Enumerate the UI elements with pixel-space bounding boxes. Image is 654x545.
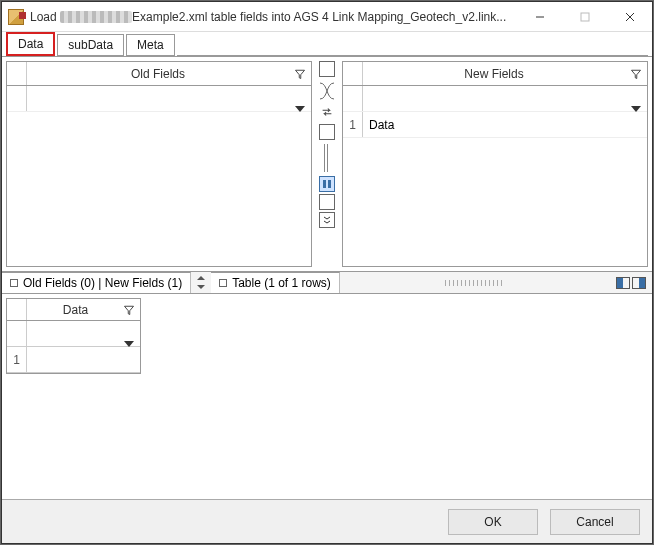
- new-fields-cell-value[interactable]: Data: [363, 118, 647, 132]
- pause-icon: [322, 179, 332, 189]
- gutter-box-4[interactable]: [319, 194, 335, 210]
- main-area: Old Fields: [2, 56, 652, 499]
- chevrons-down-icon: [322, 215, 332, 225]
- dropdown-arrow-icon: [124, 341, 134, 347]
- old-fields-corner: [7, 62, 27, 85]
- sort-buttons[interactable]: [191, 274, 211, 291]
- arrow-up-icon: [195, 274, 207, 282]
- row-number: 1: [343, 112, 363, 137]
- gutter-box-expand[interactable]: [319, 212, 335, 228]
- new-fields-column-header[interactable]: New Fields: [363, 67, 625, 81]
- gutter-box-2[interactable]: [319, 124, 335, 140]
- old-fields-row-header: [7, 86, 27, 111]
- close-button[interactable]: [607, 2, 652, 31]
- dropdown-arrow-icon: [631, 106, 641, 112]
- new-fields-dropdown-row[interactable]: [343, 86, 647, 112]
- tab-subdata[interactable]: subData: [57, 34, 124, 56]
- lower-filter-button[interactable]: [118, 299, 140, 320]
- square-icon: [219, 279, 227, 287]
- window-title: Load Example2.xml table fields into AGS …: [30, 10, 517, 24]
- old-fields-filter-button[interactable]: [289, 62, 311, 85]
- title-suffix: Example2.xml table fields into AGS 4 Lin…: [132, 10, 506, 24]
- old-fields-dropdown-row[interactable]: [7, 86, 311, 112]
- horizontal-splitter-handle[interactable]: [445, 280, 505, 286]
- dialog-window: Load Example2.xml table fields into AGS …: [1, 1, 653, 544]
- cancel-button[interactable]: Cancel: [550, 509, 640, 535]
- funnel-icon: [630, 68, 642, 80]
- swap-button[interactable]: [320, 105, 334, 122]
- gutter-box-top[interactable]: [319, 61, 335, 77]
- midbar-spacer: [340, 277, 652, 289]
- table-summary-label: Table (1 of 1 rows): [232, 276, 331, 290]
- new-fields-row-header: [343, 86, 363, 111]
- lower-dropdown-row[interactable]: [7, 321, 140, 347]
- new-fields-pane: New Fields 1 Data: [342, 61, 648, 267]
- mapping-gutter: [312, 57, 342, 271]
- layout-icons: [616, 277, 646, 289]
- lower-col-header[interactable]: Data: [27, 303, 118, 317]
- lower-data-row[interactable]: 1: [7, 347, 140, 373]
- svg-rect-4: [323, 180, 326, 188]
- funnel-icon: [123, 304, 135, 316]
- svg-rect-1: [581, 13, 589, 21]
- new-fields-filter-button[interactable]: [625, 62, 647, 85]
- new-fields-body[interactable]: [343, 138, 647, 266]
- dialog-footer: OK Cancel: [2, 499, 652, 543]
- layout-right-button[interactable]: [632, 277, 646, 289]
- tab-meta[interactable]: Meta: [126, 34, 175, 56]
- lower-row-header: [7, 321, 27, 346]
- old-fields-column-header[interactable]: Old Fields: [27, 67, 289, 81]
- midtab-fields-summary[interactable]: Old Fields (0) | New Fields (1): [2, 272, 191, 293]
- layout-left-button[interactable]: [616, 277, 630, 289]
- new-fields-corner: [343, 62, 363, 85]
- splitter-handle[interactable]: [324, 144, 330, 172]
- funnel-icon: [294, 68, 306, 80]
- new-fields-data-row[interactable]: 1 Data: [343, 112, 647, 138]
- ok-button[interactable]: OK: [448, 509, 538, 535]
- minimize-button[interactable]: [517, 2, 562, 31]
- titlebar: Load Example2.xml table fields into AGS …: [2, 2, 652, 32]
- window-controls: [517, 2, 652, 31]
- new-fields-header-row: New Fields: [343, 62, 647, 86]
- old-fields-pane: Old Fields: [6, 61, 312, 267]
- svg-rect-5: [328, 180, 331, 188]
- square-icon: [10, 279, 18, 287]
- lower-pane: Data 1: [2, 294, 652, 499]
- lower-grid-header: Data: [7, 299, 140, 321]
- lower-grid-corner: [7, 299, 27, 320]
- dropdown-arrow-icon: [295, 106, 305, 112]
- link-curve-icon: [318, 79, 336, 103]
- gutter-box-selected[interactable]: [319, 176, 335, 192]
- old-fields-body[interactable]: [7, 112, 311, 266]
- title-prefix: Load: [30, 10, 60, 24]
- fields-summary-label: Old Fields (0) | New Fields (1): [23, 276, 182, 290]
- midtab-table-summary[interactable]: Table (1 of 1 rows): [211, 272, 340, 293]
- tab-strip: Data subData Meta: [2, 32, 652, 56]
- row-number: 1: [7, 347, 27, 372]
- app-icon: [8, 9, 24, 25]
- upper-split: Old Fields: [2, 57, 652, 272]
- old-fields-header-row: Old Fields: [7, 62, 311, 86]
- arrow-down-icon: [195, 283, 207, 291]
- maximize-button[interactable]: [562, 2, 607, 31]
- lower-grid: Data 1: [6, 298, 141, 374]
- tab-data[interactable]: Data: [6, 32, 55, 56]
- redacted-text: [60, 11, 132, 23]
- mid-divider-bar: Old Fields (0) | New Fields (1) Table (1…: [2, 272, 652, 294]
